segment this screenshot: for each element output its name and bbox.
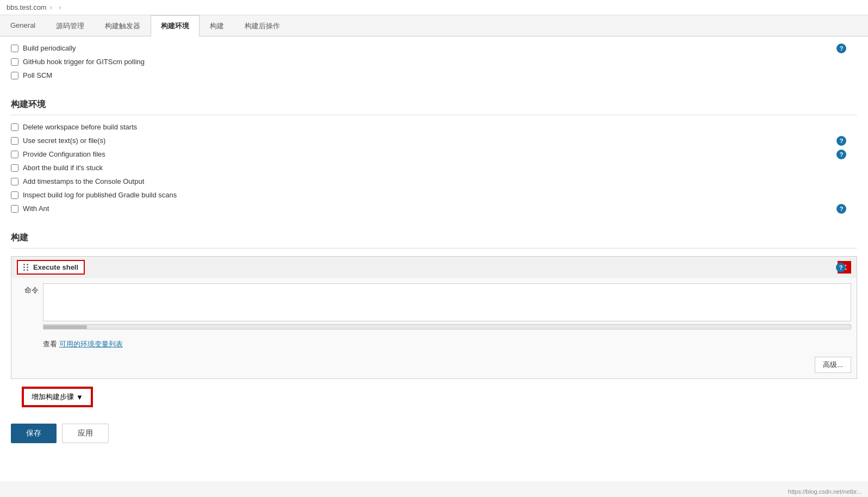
checkbox-row-poll-scm: Poll SCM (11, 71, 857, 79)
checkbox-delete-workspace[interactable] (11, 123, 18, 131)
tabs-bar: General 源码管理 构建触发器 构建环境 构建 构建后操作 (0, 15, 868, 36)
build-env-section: 构建环境 Delete workspace before build start… (0, 90, 868, 223)
help-icon-use-secret[interactable]: ? (836, 136, 846, 146)
checkbox-row-with-ant: With Ant ? (11, 204, 857, 213)
apply-button[interactable]: 应用 (62, 424, 109, 443)
breadcrumb-arrow1: › (50, 3, 52, 11)
checkbox-provide-config[interactable] (11, 151, 18, 158)
help-icon-execute-shell[interactable]: ? (836, 263, 846, 272)
breadcrumb-arrow2: › (59, 3, 61, 11)
execute-shell-button[interactable]: Execute shell (17, 260, 85, 275)
command-textarea-wrapper (43, 283, 851, 330)
checkbox-use-secret[interactable] (11, 137, 18, 145)
tab-triggers[interactable]: 构建触发器 (95, 15, 151, 36)
tab-source[interactable]: 源码管理 (46, 15, 95, 36)
env-link-prefix: 查看 (43, 340, 59, 348)
checkbox-row-provide-config: Provide Configuration files ? (11, 150, 857, 158)
checkbox-with-ant[interactable] (11, 205, 18, 213)
label-add-timestamps: Add timestamps to the Console Output (23, 177, 144, 185)
checkbox-row-github-hook: GitHub hook trigger for GITScm polling (11, 58, 857, 66)
build-env-title: 构建环境 (11, 99, 857, 115)
label-poll-scm: Poll SCM (23, 71, 52, 79)
checkbox-inspect-log[interactable] (11, 191, 18, 199)
command-row: 命令 (11, 278, 857, 335)
label-with-ant: With Ant (23, 204, 49, 213)
label-use-secret: Use secret text(s) or file(s) (23, 136, 105, 145)
checkbox-row-abort-stuck: Abort the build if it's stuck (11, 164, 857, 172)
label-github-hook: GitHub hook trigger for GITScm polling (23, 58, 145, 66)
execute-shell-label: Execute shell (33, 263, 78, 271)
command-label: 命令 (17, 283, 39, 295)
command-textarea[interactable] (43, 283, 851, 321)
checkbox-row-use-secret: Use secret text(s) or file(s) ? (11, 136, 857, 145)
checkbox-abort-stuck[interactable] (11, 164, 18, 172)
label-abort-stuck: Abort the build if it's stuck (23, 164, 103, 172)
breadcrumb-site[interactable]: bbs.test.com (7, 3, 47, 11)
scrollbar-thumb (43, 325, 87, 330)
tab-environment[interactable]: 构建环境 (151, 15, 199, 36)
env-variables-link[interactable]: 可用的环境变量列表 (59, 340, 123, 348)
checkbox-row-build-periodically: Build periodically ? (11, 44, 857, 52)
advanced-btn-row: 高级... (11, 353, 857, 378)
build-card: Execute shell X ? 命令 查看 可用的环境变量列 (11, 256, 857, 379)
drag-handle-icon (23, 264, 29, 271)
checkbox-poll-scm[interactable] (11, 72, 18, 79)
tab-build[interactable]: 构建 (199, 15, 234, 36)
label-provide-config: Provide Configuration files (23, 150, 105, 158)
build-section: 构建 Execute shell X ? 命令 (0, 223, 868, 418)
add-build-step-wrapper: 增加构建步骤 ▼ (22, 387, 93, 407)
tab-postbuild[interactable]: 构建后操作 (234, 15, 290, 36)
breadcrumb-bar: bbs.test.com › › (0, 0, 868, 15)
checkbox-row-delete-workspace: Delete workspace before build starts (11, 123, 857, 131)
label-build-periodically: Build periodically (23, 44, 76, 52)
checkbox-add-timestamps[interactable] (11, 178, 18, 185)
help-icon-with-ant[interactable]: ? (836, 204, 846, 214)
checkbox-row-inspect-log: Inspect build log for published Gradle b… (11, 191, 857, 199)
add-build-step-label: 增加构建步骤 (32, 392, 74, 402)
save-button[interactable]: 保存 (11, 424, 57, 443)
tab-general[interactable]: General (0, 15, 46, 36)
card-header-right: X ? (838, 261, 851, 274)
build-section-title: 构建 (11, 232, 857, 248)
advanced-button[interactable]: 高级... (815, 357, 851, 373)
add-build-step-row: 增加构建步骤 ▼ (11, 379, 857, 413)
build-card-header: Execute shell X ? (11, 257, 857, 278)
help-icon-build-periodically[interactable]: ? (836, 44, 846, 53)
label-inspect-log: Inspect build log for published Gradle b… (23, 191, 177, 199)
help-icon-provide-config[interactable]: ? (836, 150, 846, 159)
label-delete-workspace: Delete workspace before build starts (23, 123, 137, 131)
checkbox-build-periodically[interactable] (11, 45, 18, 52)
trigger-section: Build periodically ? GitHub hook trigger… (0, 36, 868, 90)
add-build-step-button[interactable]: 增加构建步骤 ▼ (23, 388, 92, 406)
horizontal-scrollbar[interactable] (43, 324, 851, 330)
main-content: General 源码管理 构建触发器 构建环境 构建 构建后操作 Build p… (0, 15, 868, 481)
dropdown-arrow-icon: ▼ (76, 393, 83, 401)
bottom-buttons: 保存 应用 (0, 418, 868, 449)
env-link-row: 查看 可用的环境变量列表 (11, 335, 857, 353)
checkbox-github-hook[interactable] (11, 58, 18, 66)
checkbox-row-add-timestamps: Add timestamps to the Console Output (11, 177, 857, 185)
